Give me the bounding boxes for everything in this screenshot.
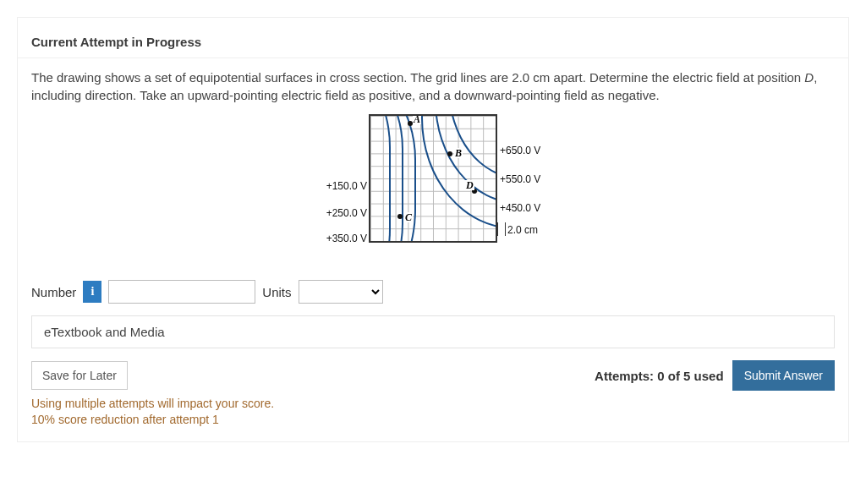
grid-box: A B C D [369,114,497,243]
info-icon[interactable]: i [83,281,101,303]
point-c-dot [397,214,403,219]
label-350v: +350.0 V [321,233,367,244]
divider [18,58,848,58]
units-select[interactable] [299,280,383,304]
note-line-1: Using multiple attempts will impact your… [31,396,835,412]
point-d-label: D [465,180,474,190]
point-b-dot [447,151,452,156]
answer-row: Number i Units [31,280,835,304]
scale-bracket [497,222,506,236]
number-input[interactable] [108,280,255,304]
label-150v: +150.0 V [321,180,367,192]
prompt-point: D [804,70,814,85]
prompt-text-pre: The drawing shows a set of equipotential… [31,70,804,85]
point-a-label: A [413,114,421,124]
label-250v: +250.0 V [321,207,367,219]
label-550v: +550.0 V [500,173,540,185]
question-card: Current Attempt in Progress The drawing … [17,17,849,442]
etextbook-media-label: eTextbook and Media [44,325,165,339]
units-label: Units [262,285,291,299]
save-for-later-button[interactable]: Save for Later [31,361,128,390]
question-prompt: The drawing shows a set of equipotential… [31,68,835,104]
label-450v: +450.0 V [500,202,540,214]
footer-row: Save for Later Attempts: 0 of 5 used Sub… [31,360,835,391]
attempt-notes: Using multiple attempts will impact your… [31,396,835,428]
point-b-label: B [454,148,463,158]
submit-answer-button[interactable]: Submit Answer [732,360,835,391]
label-650v: +650.0 V [500,145,540,156]
figure-wrap: +150.0 V +250.0 V +350.0 V +650.0 V +550… [31,114,835,260]
point-c-label: C [404,212,413,222]
attempt-heading: Current Attempt in Progress [31,35,835,49]
scale-label: 2.0 cm [507,224,538,236]
equipotential-figure: +150.0 V +250.0 V +350.0 V +650.0 V +550… [318,114,548,260]
footer-right: Attempts: 0 of 5 used Submit Answer [595,360,835,391]
curve-350v [369,114,416,243]
etextbook-media-bar[interactable]: eTextbook and Media [31,315,835,348]
note-line-2: 10% score reduction after attempt 1 [31,412,835,428]
number-label: Number [31,285,76,299]
attempts-text: Attempts: 0 of 5 used [595,369,724,383]
